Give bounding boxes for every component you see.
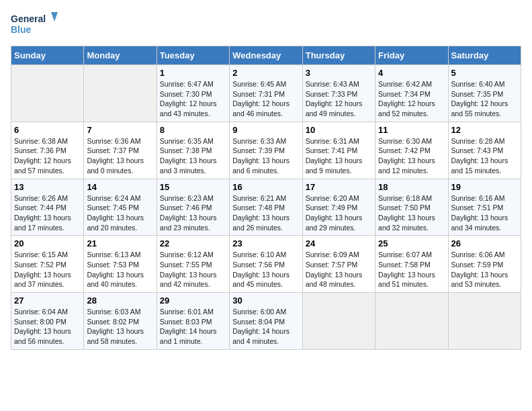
cell-text: Sunset: 7:48 PM	[232, 203, 299, 213]
day-header-friday: Friday	[375, 46, 448, 65]
cell-text: Sunrise: 6:30 AM	[378, 136, 445, 146]
logo-svg: General Blue	[11, 11, 58, 38]
cell-text: Sunset: 7:37 PM	[87, 146, 153, 156]
calendar-cell: 12Sunrise: 6:28 AMSunset: 7:43 PMDayligh…	[448, 122, 521, 179]
cell-text: Sunrise: 6:43 AM	[306, 79, 372, 89]
cell-text: Sunset: 8:02 PM	[87, 317, 153, 327]
calendar-cell: 21Sunrise: 6:13 AMSunset: 7:53 PMDayligh…	[84, 236, 157, 293]
cell-text: Sunrise: 6:13 AM	[87, 250, 153, 260]
cell-text: Daylight: 13 hours and 58 minutes.	[87, 326, 153, 346]
day-number: 9	[232, 125, 299, 135]
calendar-cell: 10Sunrise: 6:31 AMSunset: 7:41 PMDayligh…	[302, 122, 375, 179]
calendar-cell: 5Sunrise: 6:40 AMSunset: 7:35 PMDaylight…	[448, 65, 521, 122]
calendar-cell: 17Sunrise: 6:20 AMSunset: 7:49 PMDayligh…	[302, 179, 375, 236]
day-number: 11	[378, 125, 445, 135]
cell-text: Daylight: 13 hours and 48 minutes.	[306, 270, 372, 289]
day-number: 2	[232, 68, 299, 78]
cell-text: Sunrise: 6:10 AM	[232, 250, 299, 260]
calendar-cell	[84, 65, 157, 122]
day-number: 30	[232, 295, 299, 306]
calendar-cell: 14Sunrise: 6:24 AMSunset: 7:45 PMDayligh…	[84, 179, 157, 236]
calendar-cell: 6Sunrise: 6:38 AMSunset: 7:36 PMDaylight…	[11, 122, 84, 179]
cell-text: Sunset: 7:31 PM	[232, 89, 299, 99]
calendar-cell: 11Sunrise: 6:30 AMSunset: 7:42 PMDayligh…	[375, 122, 448, 179]
cell-text: Sunset: 7:38 PM	[160, 146, 226, 156]
cell-text: Sunset: 7:43 PM	[451, 146, 518, 156]
cell-text: Daylight: 13 hours and 37 minutes.	[14, 270, 81, 289]
cell-text: Sunrise: 6:15 AM	[14, 250, 81, 260]
calendar-cell: 27Sunrise: 6:04 AMSunset: 8:00 PMDayligh…	[11, 293, 84, 350]
calendar-cell: 29Sunrise: 6:01 AMSunset: 8:03 PMDayligh…	[157, 293, 229, 350]
cell-text: Sunrise: 6:24 AM	[87, 193, 153, 203]
cell-text: Sunset: 7:49 PM	[306, 203, 372, 213]
day-number: 25	[378, 238, 445, 248]
calendar-week-row: 20Sunrise: 6:15 AMSunset: 7:52 PMDayligh…	[11, 236, 521, 293]
cell-text: Daylight: 13 hours and 34 minutes.	[451, 213, 518, 232]
day-number: 14	[87, 182, 153, 192]
day-number: 21	[87, 238, 153, 248]
cell-text: Sunrise: 6:28 AM	[451, 136, 518, 146]
cell-text: Daylight: 13 hours and 9 minutes.	[306, 156, 372, 175]
cell-text: Sunrise: 6:21 AM	[232, 193, 299, 203]
day-number: 6	[14, 125, 81, 135]
day-number: 23	[232, 238, 299, 248]
cell-text: Sunset: 7:35 PM	[451, 89, 518, 99]
cell-text: Sunset: 7:41 PM	[306, 146, 372, 156]
calendar-week-row: 27Sunrise: 6:04 AMSunset: 8:00 PMDayligh…	[11, 293, 521, 350]
svg-text:General: General	[11, 13, 46, 24]
calendar-cell: 15Sunrise: 6:23 AMSunset: 7:46 PMDayligh…	[157, 179, 229, 236]
cell-text: Daylight: 12 hours and 49 minutes.	[306, 99, 372, 118]
cell-text: Sunset: 7:50 PM	[378, 203, 445, 213]
cell-text: Sunrise: 6:20 AM	[306, 193, 372, 203]
calendar-cell	[302, 293, 375, 350]
cell-text: Sunset: 7:51 PM	[451, 203, 518, 213]
cell-text: Sunrise: 6:06 AM	[451, 250, 518, 260]
cell-text: Sunset: 7:36 PM	[14, 146, 81, 156]
svg-text:Blue: Blue	[11, 24, 32, 35]
calendar-cell: 24Sunrise: 6:09 AMSunset: 7:57 PMDayligh…	[302, 236, 375, 293]
cell-text: Sunrise: 6:36 AM	[87, 136, 153, 146]
cell-text: Daylight: 13 hours and 26 minutes.	[232, 213, 299, 232]
calendar-cell: 13Sunrise: 6:26 AMSunset: 7:44 PMDayligh…	[11, 179, 84, 236]
page-header: General Blue	[11, 11, 521, 38]
cell-text: Daylight: 12 hours and 52 minutes.	[378, 99, 445, 118]
calendar-cell: 19Sunrise: 6:16 AMSunset: 7:51 PMDayligh…	[448, 179, 521, 236]
cell-text: Daylight: 13 hours and 17 minutes.	[14, 213, 81, 232]
cell-text: Sunrise: 6:23 AM	[160, 193, 226, 203]
day-number: 1	[160, 68, 226, 78]
cell-text: Daylight: 13 hours and 40 minutes.	[87, 270, 153, 289]
day-number: 19	[451, 182, 518, 192]
calendar-cell: 8Sunrise: 6:35 AMSunset: 7:38 PMDaylight…	[157, 122, 229, 179]
cell-text: Daylight: 13 hours and 12 minutes.	[378, 156, 445, 175]
cell-text: Daylight: 13 hours and 45 minutes.	[232, 270, 299, 289]
day-number: 7	[87, 125, 153, 135]
cell-text: Daylight: 13 hours and 23 minutes.	[160, 213, 226, 232]
day-number: 17	[306, 182, 372, 192]
calendar-week-row: 6Sunrise: 6:38 AMSunset: 7:36 PMDaylight…	[11, 122, 521, 179]
cell-text: Daylight: 13 hours and 6 minutes.	[232, 156, 299, 175]
cell-text: Sunrise: 6:03 AM	[87, 307, 153, 317]
calendar-cell	[375, 293, 448, 350]
calendar-cell: 3Sunrise: 6:43 AMSunset: 7:33 PMDaylight…	[302, 65, 375, 122]
day-header-wednesday: Wednesday	[230, 46, 302, 65]
calendar-cell: 16Sunrise: 6:21 AMSunset: 7:48 PMDayligh…	[230, 179, 302, 236]
cell-text: Sunrise: 6:04 AM	[14, 307, 81, 317]
cell-text: Daylight: 14 hours and 1 minute.	[160, 326, 226, 346]
cell-text: Sunset: 7:30 PM	[160, 89, 226, 99]
calendar-cell: 26Sunrise: 6:06 AMSunset: 7:59 PMDayligh…	[448, 236, 521, 293]
cell-text: Daylight: 13 hours and 20 minutes.	[87, 213, 153, 232]
calendar-cell: 20Sunrise: 6:15 AMSunset: 7:52 PMDayligh…	[11, 236, 84, 293]
cell-text: Sunrise: 6:42 AM	[378, 79, 445, 89]
day-number: 22	[160, 238, 226, 248]
cell-text: Sunrise: 6:07 AM	[378, 250, 445, 260]
calendar-cell: 1Sunrise: 6:47 AMSunset: 7:30 PMDaylight…	[157, 65, 229, 122]
cell-text: Sunset: 7:55 PM	[160, 260, 226, 270]
cell-text: Daylight: 13 hours and 53 minutes.	[451, 270, 518, 289]
cell-text: Sunrise: 6:01 AM	[160, 307, 226, 317]
day-number: 10	[306, 125, 372, 135]
day-header-sunday: Sunday	[11, 46, 84, 65]
cell-text: Sunrise: 6:16 AM	[451, 193, 518, 203]
day-number: 29	[160, 295, 226, 306]
cell-text: Sunrise: 6:26 AM	[14, 193, 81, 203]
calendar-header-row: SundayMondayTuesdayWednesdayThursdayFrid…	[11, 46, 521, 65]
